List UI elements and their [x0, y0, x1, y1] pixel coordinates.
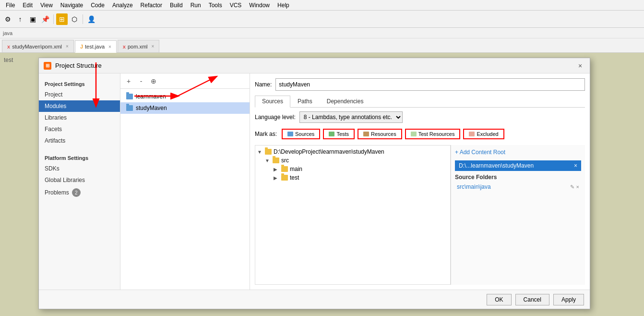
test-resources-icon	[411, 132, 417, 136]
mark-sources-label: Sources	[295, 131, 314, 137]
menubar: File Edit View Navigate Code Analyze Ref…	[0, 0, 644, 11]
dialog-close-button[interactable]: ×	[575, 61, 585, 71]
apply-button[interactable]: Apply	[553, 294, 584, 305]
right-tab-dependencies[interactable]: Dependencies	[320, 96, 371, 107]
dialog-footer: OK Cancel Apply	[39, 290, 590, 309]
middle-panel: + - ⊕ learnmaven studyMaven	[120, 73, 250, 290]
left-panel: Project Settings Project Modules Librari…	[39, 73, 120, 290]
right-tab-paths[interactable]: Paths	[290, 96, 320, 107]
tab-icon-xml2: x	[123, 44, 126, 49]
name-input[interactable]	[275, 78, 585, 91]
toolbar: ⚙ ↑ ▣ 📌 ⊞ ⬡ 👤	[0, 11, 644, 28]
tree-main[interactable]: ▶ main	[255, 165, 450, 173]
tab-pom-xml-studymaven[interactable]: x studyMaven\pom.xml ×	[2, 40, 74, 52]
module-item-studymaven[interactable]: studyMaven	[120, 102, 250, 114]
menu-run[interactable]: Run	[187, 1, 205, 10]
content-area: ▼ D:\DevelopProject\learnmaven\studyMave…	[255, 145, 585, 285]
add-content-root-link[interactable]: + Add Content Root	[455, 149, 581, 156]
toolbar-btn-4[interactable]: 📌	[39, 13, 51, 25]
menu-window[interactable]: Window	[245, 1, 274, 10]
menu-tools[interactable]: Tools	[205, 1, 226, 10]
mark-sources-button[interactable]: Sources	[282, 129, 320, 139]
name-row: Name:	[255, 78, 585, 91]
left-item-artifacts[interactable]: Artifacts	[39, 135, 120, 146]
right-tabs: Sources Paths Dependencies	[255, 96, 585, 108]
menu-vcs[interactable]: VCS	[226, 1, 246, 10]
remove-module-button[interactable]: -	[136, 76, 146, 86]
menu-analyze[interactable]: Analyze	[108, 1, 137, 10]
mark-resources-button[interactable]: Resources	[358, 129, 402, 139]
toolbar-btn-6[interactable]: ⬡	[69, 13, 80, 25]
source-folder-item: src\main\java ✎ ×	[455, 182, 581, 191]
toolbar-project-structure[interactable]: ⊞	[56, 13, 68, 25]
mark-tests-label: Tests	[336, 131, 349, 137]
menu-edit[interactable]: Edit	[19, 1, 36, 10]
tree-src[interactable]: ▼ src	[255, 156, 450, 165]
info-module-close[interactable]: ×	[574, 162, 577, 169]
info-panel: + Add Content Root D:\...learnmaven\stud…	[451, 145, 585, 285]
ide-window: File Edit View Navigate Code Analyze Ref…	[0, 0, 644, 316]
cancel-button[interactable]: Cancel	[515, 294, 549, 305]
ok-button[interactable]: OK	[487, 294, 511, 305]
info-module-header: D:\...learnmaven\studyMaven ×	[455, 160, 581, 171]
tabs-bar: x studyMaven\pom.xml × J test.java × x p…	[0, 38, 644, 53]
menu-build[interactable]: Build	[166, 1, 187, 10]
add-module-button[interactable]: +	[123, 76, 134, 86]
file-tree: ▼ D:\DevelopProject\learnmaven\studyMave…	[255, 145, 451, 285]
menu-help[interactable]: Help	[274, 1, 293, 10]
right-tab-sources[interactable]: Sources	[255, 96, 290, 108]
problems-row[interactable]: Problems 2	[39, 186, 120, 199]
tab-label-0: studyMaven\pom.xml	[12, 44, 62, 49]
tab-label-1: test.java	[85, 44, 105, 49]
tree-test[interactable]: ▶ test	[255, 173, 450, 182]
lang-row: Language level: 8 - Lambdas, type annota…	[255, 111, 585, 123]
left-item-project[interactable]: Project	[39, 89, 120, 100]
language-level-label: Language level:	[255, 114, 296, 121]
right-panel: Name: Sources Paths Dependencies Languag…	[250, 73, 590, 290]
left-item-libraries[interactable]: Libraries	[39, 112, 120, 123]
left-item-facets[interactable]: Facets	[39, 123, 120, 135]
source-folder-remove[interactable]: ×	[576, 184, 579, 190]
src-folder-icon	[273, 158, 279, 163]
menu-view[interactable]: View	[36, 1, 57, 10]
left-item-sdks[interactable]: SDKs	[39, 163, 120, 174]
toolbar-btn-2[interactable]: ↑	[14, 13, 26, 25]
tab-icon-java: J	[80, 44, 83, 49]
tab-pom-xml[interactable]: x pom.xml ×	[118, 40, 160, 52]
menu-refactor[interactable]: Refactor	[137, 1, 166, 10]
left-item-global-libraries[interactable]: Global Libraries	[39, 174, 120, 186]
tab-close-0[interactable]: ×	[66, 44, 69, 49]
menu-code[interactable]: Code	[87, 1, 108, 10]
dialog-title: Project Structure	[55, 62, 575, 69]
left-item-modules[interactable]: Modules	[39, 100, 120, 112]
toolbar-btn-3[interactable]: ▣	[27, 13, 38, 25]
language-level-select[interactable]: 8 - Lambdas, type annotations etc.	[299, 111, 403, 123]
toolbar-btn-7[interactable]: 👤	[85, 13, 97, 25]
mark-excluded-button[interactable]: Excluded	[463, 129, 504, 139]
module-name-learnmaven: learnmaven	[136, 93, 166, 100]
tab-close-2[interactable]: ×	[152, 44, 155, 49]
mark-test-resources-button[interactable]: Test Resources	[405, 129, 461, 139]
copy-module-button[interactable]: ⊕	[148, 76, 159, 86]
tree-root-label: D:\DevelopProject\learnmaven\studyMaven	[274, 148, 384, 155]
tab-test-java[interactable]: J test.java ×	[75, 40, 117, 53]
module-item-learnmaven[interactable]: learnmaven	[120, 91, 250, 102]
chevron-root: ▼	[257, 149, 263, 155]
tab-close-1[interactable]: ×	[108, 44, 111, 49]
mark-as-row: Mark as: Sources Tests Res	[255, 129, 585, 139]
tab-label-2: pom.xml	[128, 44, 148, 49]
breadcrumb: java	[3, 30, 12, 36]
dialog-title-icon: ⊞	[44, 62, 51, 70]
mark-tests-button[interactable]: Tests	[323, 129, 355, 139]
tree-root[interactable]: ▼ D:\DevelopProject\learnmaven\studyMave…	[255, 147, 450, 156]
menu-navigate[interactable]: Navigate	[57, 1, 87, 10]
toolbar-btn-1[interactable]: ⚙	[2, 13, 13, 25]
toolbar-sep-2	[83, 14, 83, 24]
source-folder-edit[interactable]: ✎	[570, 184, 574, 190]
tree-test-label: test	[290, 174, 299, 181]
menu-file[interactable]: File	[2, 1, 19, 10]
root-folder-icon	[265, 149, 272, 155]
resources-icon	[363, 132, 369, 136]
main-folder-icon	[281, 166, 288, 172]
breadcrumb-bar: java	[0, 28, 644, 38]
